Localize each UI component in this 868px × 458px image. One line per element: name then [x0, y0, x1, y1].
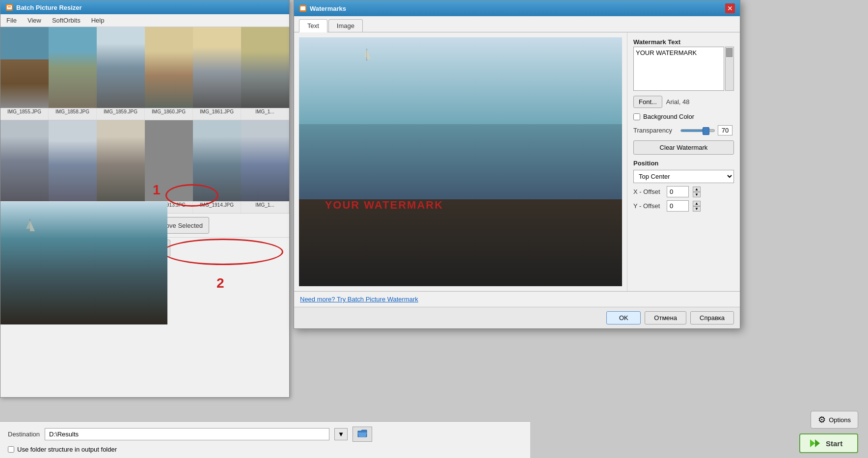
start-button[interactable]: Start — [799, 433, 858, 453]
menu-file[interactable]: File — [4, 16, 19, 25]
thumb-img-1858[interactable]: IMG_1858.JPG — [49, 27, 97, 120]
tab-image[interactable]: Image — [328, 19, 363, 32]
start-arrow-icon — [810, 438, 822, 448]
y-offset-down[interactable]: ▼ — [693, 206, 701, 212]
svg-rect-2 — [8, 6, 11, 7]
thumb-label-1-extra: IMG_1... — [241, 108, 289, 115]
thumb-label-1860: IMG_1860.JPG — [145, 108, 192, 115]
watermark-text-input[interactable] — [633, 47, 724, 91]
watermark-controls-panel: Watermark Text Font... Arial, 48 Backgro… — [627, 32, 740, 291]
menu-view[interactable]: View — [26, 16, 43, 25]
menu-help[interactable]: Help — [89, 16, 107, 25]
thumb-img-2-extra[interactable]: IMG_1... — [241, 120, 289, 213]
folder-structure-checkbox[interactable] — [8, 446, 14, 453]
tab-text[interactable]: Text — [299, 19, 327, 32]
y-offset-up[interactable]: ▲ — [693, 201, 701, 206]
thumb-preview-1861 — [193, 27, 241, 108]
watermark-preview-pane: YOUR WATERMARK — [299, 37, 622, 286]
ok-button[interactable]: OK — [606, 311, 641, 324]
x-offset-down[interactable]: ▼ — [693, 192, 701, 197]
background-color-label: Background Color — [643, 113, 694, 120]
menu-softorbits[interactable]: SoftOrbits — [50, 16, 82, 25]
scrollbar-thumb — [726, 48, 732, 57]
position-select[interactable]: Top Left Top Center Top Right Middle Lef… — [633, 170, 734, 183]
thumb-label-2-extra: IMG_1... — [241, 201, 289, 209]
sailboat-icon — [25, 216, 35, 236]
folder-structure-label: Use folder structure in output folder — [17, 446, 117, 453]
textarea-row — [633, 47, 734, 91]
x-offset-label: X - Offset — [633, 188, 663, 195]
thumb-label-1861: IMG_1861.JPG — [193, 108, 241, 115]
dialog-close-button[interactable]: ✕ — [725, 3, 735, 13]
options-label: Options — [829, 416, 851, 424]
y-offset-input[interactable] — [667, 200, 689, 212]
thumb-preview-1912 — [97, 120, 145, 201]
dialog-title-bar: Watermarks ✕ — [294, 0, 740, 16]
font-value: Arial, 48 — [666, 98, 690, 106]
batch-picture-watermark-link[interactable]: Need more? Try Batch Picture Watermark — [300, 296, 418, 303]
main-preview — [0, 202, 167, 324]
thumb-label-1855: IMG_1855.JPG — [0, 108, 48, 115]
thumb-preview-1855 — [0, 27, 49, 108]
watermark-text-label: Watermark Text — [633, 38, 734, 46]
thumb-img-1855[interactable]: IMG_1855.JPG — [0, 27, 49, 120]
app-icon — [5, 3, 13, 11]
thumb-img-1861[interactable]: IMG_1861.JPG — [193, 27, 241, 120]
svg-marker-10 — [367, 50, 371, 59]
watermark-text-overlay: YOUR WATERMARK — [325, 199, 443, 212]
destination-input[interactable] — [45, 428, 329, 440]
svg-marker-13 — [815, 439, 820, 447]
thumb-img-1912[interactable]: IMG_1912.JPG — [97, 120, 145, 213]
x-offset-row: X - Offset ▲ ▼ — [633, 186, 734, 197]
thumb-img-1910[interactable]: IMG_1910.JPG — [49, 120, 97, 213]
font-row: Font... Arial, 48 — [633, 96, 734, 108]
background-color-row: Background Color — [633, 113, 734, 120]
thumb-preview-1910 — [49, 120, 97, 201]
thumb-img-1914[interactable]: IMG_1914.JPG — [193, 120, 241, 213]
position-label: Position — [633, 160, 734, 167]
thumb-label-1858: IMG_1858.JPG — [49, 108, 96, 115]
position-select-row: Top Left Top Center Top Right Middle Lef… — [633, 170, 734, 183]
watermark-text-scrollbar[interactable] — [725, 47, 734, 91]
thumb-preview-1859 — [97, 27, 145, 108]
y-offset-label: Y - Offset — [633, 202, 663, 210]
sky-area — [299, 37, 622, 124]
svg-marker-6 — [26, 220, 30, 229]
thumb-label-1859: IMG_1859.JPG — [97, 108, 144, 115]
ocean-area — [299, 124, 622, 199]
transparency-slider[interactable] — [680, 129, 715, 132]
svg-marker-5 — [30, 220, 35, 231]
font-button[interactable]: Font... — [633, 96, 662, 108]
slider-fill — [681, 130, 705, 132]
slider-thumb — [703, 127, 709, 135]
checkbox-row: Use folder structure in output folder — [8, 446, 522, 453]
cancel-button[interactable]: Отмена — [645, 311, 686, 324]
thumb-preview-1-extra — [241, 27, 289, 108]
destination-dropdown-button[interactable]: ▼ — [334, 428, 348, 440]
help-button[interactable]: Справка — [690, 311, 734, 324]
transparency-value[interactable] — [718, 125, 732, 135]
main-title: Batch Picture Resizer — [16, 4, 82, 11]
thumb-img-1-extra[interactable]: IMG_1... — [241, 27, 289, 120]
right-action-panel: ⚙ Options Start — [799, 411, 858, 453]
dialog-footer: OK Отмена Справка — [294, 307, 740, 328]
thumb-img-1866[interactable]: IMG_1866.JPG — [0, 120, 49, 213]
thumb-img-1913[interactable]: IMG_1913.JPG — [145, 120, 193, 213]
x-offset-input[interactable] — [667, 186, 689, 197]
destination-browse-button[interactable] — [353, 427, 372, 442]
thumb-img-1859[interactable]: IMG_1859.JPG — [97, 27, 145, 120]
watermarks-dialog: Watermarks ✕ Text Image — [294, 0, 740, 329]
svg-marker-11 — [364, 50, 367, 57]
main-window: Batch Picture Resizer File View SoftOrbi… — [0, 0, 290, 398]
y-offset-row: Y - Offset ▲ ▼ — [633, 200, 734, 212]
clear-watermark-button[interactable]: Clear Watermark — [633, 140, 734, 155]
thumb-img-1860[interactable]: IMG_1860.JPG — [145, 27, 193, 120]
thumb-preview-1860 — [145, 27, 193, 108]
background-color-checkbox[interactable] — [633, 113, 640, 120]
dialog-title-content: Watermarks — [299, 4, 346, 12]
thumb-preview-2-extra — [241, 120, 289, 201]
start-label: Start — [826, 439, 842, 448]
destination-row: Destination ▼ — [8, 427, 522, 442]
x-offset-up[interactable]: ▲ — [693, 187, 701, 192]
options-button[interactable]: ⚙ Options — [811, 411, 858, 429]
